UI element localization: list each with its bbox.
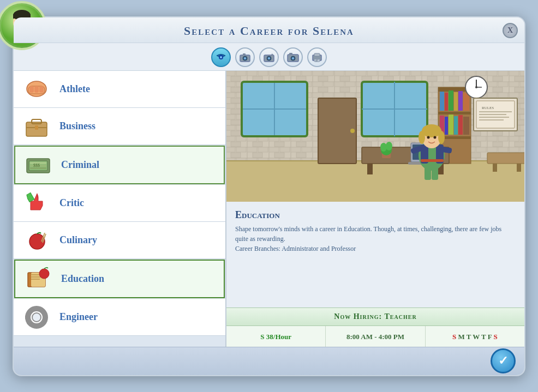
svg-point-48 bbox=[39, 269, 49, 279]
svg-rect-28 bbox=[34, 86, 39, 93]
svg-point-120 bbox=[434, 136, 437, 138]
svg-rect-78 bbox=[438, 112, 471, 114]
career-name-engineer: Engineer bbox=[59, 311, 98, 323]
svg-point-18 bbox=[292, 57, 294, 59]
career-name-education: Education bbox=[61, 273, 104, 285]
dialog-title: Select a Career for Selena bbox=[184, 24, 354, 38]
hours-block: 8:00 AM - 4:00 PM bbox=[326, 326, 425, 347]
education-icon bbox=[22, 264, 55, 294]
filter-print-icon[interactable] bbox=[307, 47, 327, 67]
svg-rect-90 bbox=[458, 115, 463, 135]
filter-bar bbox=[14, 43, 524, 71]
career-info-title: Education bbox=[235, 209, 516, 221]
svg-rect-54 bbox=[43, 316, 47, 319]
filter-all-icon[interactable] bbox=[211, 47, 231, 67]
svg-point-50 bbox=[32, 313, 41, 322]
svg-rect-23 bbox=[315, 59, 319, 61]
culinary-icon bbox=[20, 225, 53, 255]
career-stats: S 38/Hour 8:00 AM - 4:00 PM S M T W T F … bbox=[226, 326, 524, 347]
svg-rect-102 bbox=[487, 153, 524, 164]
close-button[interactable]: X bbox=[503, 23, 518, 38]
wage-block: S 38/Hour bbox=[226, 326, 326, 347]
career-name-culinary: Culinary bbox=[59, 234, 97, 246]
svg-rect-104 bbox=[517, 164, 521, 172]
svg-rect-80 bbox=[440, 92, 444, 111]
business-icon bbox=[20, 111, 53, 141]
career-item-athlete[interactable]: Athlete bbox=[14, 71, 225, 108]
svg-point-75 bbox=[350, 129, 355, 133]
svg-rect-33 bbox=[35, 125, 38, 130]
wage-value: 38/Hour bbox=[266, 333, 291, 341]
career-item-education[interactable]: Education bbox=[14, 260, 225, 298]
svg-point-15 bbox=[268, 57, 270, 59]
svg-point-11 bbox=[244, 57, 246, 59]
svg-rect-82 bbox=[449, 91, 453, 111]
career-name-athlete: Athlete bbox=[59, 83, 90, 95]
svg-rect-21 bbox=[314, 53, 320, 56]
svg-rect-12 bbox=[243, 53, 246, 56]
svg-rect-114 bbox=[421, 159, 444, 162]
dialog-footer: ✓ bbox=[14, 347, 524, 375]
svg-point-117 bbox=[419, 131, 425, 144]
career-item-business[interactable]: Business bbox=[14, 108, 225, 145]
svg-point-8 bbox=[220, 56, 222, 58]
svg-rect-27 bbox=[29, 86, 34, 93]
career-name-criminal: Criminal bbox=[61, 159, 99, 171]
criminal-icon: $$$ bbox=[22, 150, 55, 180]
svg-rect-51 bbox=[35, 306, 38, 311]
svg-rect-53 bbox=[25, 316, 29, 319]
content-area: Athlete Business bbox=[14, 71, 524, 347]
svg-text:RULES: RULES bbox=[482, 106, 494, 110]
career-item-critic[interactable]: Critic bbox=[14, 185, 225, 222]
career-image: RULES bbox=[226, 71, 524, 202]
svg-point-108 bbox=[386, 142, 392, 150]
career-list: Athlete Business bbox=[14, 71, 226, 347]
svg-rect-83 bbox=[454, 92, 458, 111]
confirm-button[interactable]: ✓ bbox=[491, 348, 516, 373]
svg-rect-52 bbox=[35, 324, 38, 328]
svg-rect-88 bbox=[449, 114, 453, 135]
svg-rect-81 bbox=[445, 93, 448, 111]
career-name-business: Business bbox=[59, 120, 95, 132]
svg-rect-97 bbox=[367, 164, 373, 174]
checkmark-icon: ✓ bbox=[498, 354, 508, 368]
career-select-dialog: Select a Career for Selena X bbox=[13, 16, 525, 376]
right-panel: RULES Education Shape tomorrow's minds w… bbox=[226, 71, 524, 347]
career-item-culinary[interactable]: Culinary bbox=[14, 222, 225, 259]
career-description: Shape tomorrow's minds with a career in … bbox=[235, 224, 516, 254]
svg-rect-91 bbox=[463, 117, 469, 135]
svg-rect-24 bbox=[315, 61, 318, 62]
career-item-criminal[interactable]: $$$ Criminal bbox=[14, 146, 225, 184]
svg-rect-103 bbox=[493, 164, 497, 172]
dialog-header: Select a Career for Selena X bbox=[14, 17, 524, 43]
svg-rect-19 bbox=[289, 53, 292, 55]
days-value: S M T W T F S bbox=[452, 333, 498, 341]
svg-rect-87 bbox=[445, 117, 448, 135]
svg-text:$$$: $$$ bbox=[33, 163, 40, 168]
svg-rect-84 bbox=[458, 91, 463, 111]
filter-camera1-icon[interactable] bbox=[235, 47, 255, 67]
career-item-engineer[interactable]: Engineer bbox=[14, 299, 225, 336]
svg-rect-29 bbox=[39, 86, 44, 93]
filter-camera3-icon[interactable] bbox=[283, 47, 303, 67]
day-sat: S bbox=[493, 333, 497, 341]
athlete-icon bbox=[20, 74, 53, 104]
critic-icon bbox=[20, 188, 53, 218]
engineer-icon bbox=[20, 302, 53, 332]
svg-point-119 bbox=[427, 136, 430, 138]
svg-point-118 bbox=[438, 131, 445, 144]
days-block: S M T W T F S bbox=[426, 326, 524, 347]
dollar-sign: S bbox=[260, 333, 264, 341]
hiring-bar: Now Hiring: Teacher bbox=[226, 307, 524, 326]
svg-rect-65 bbox=[226, 161, 524, 202]
filter-camera2-icon[interactable] bbox=[259, 47, 279, 67]
svg-rect-89 bbox=[454, 116, 458, 135]
hours-value: 8:00 AM - 4:00 PM bbox=[346, 333, 404, 341]
days-weekdays: M T W T F bbox=[456, 333, 493, 341]
career-name-critic: Critic bbox=[59, 197, 84, 209]
career-info: Education Shape tomorrow's minds with a … bbox=[226, 202, 524, 307]
